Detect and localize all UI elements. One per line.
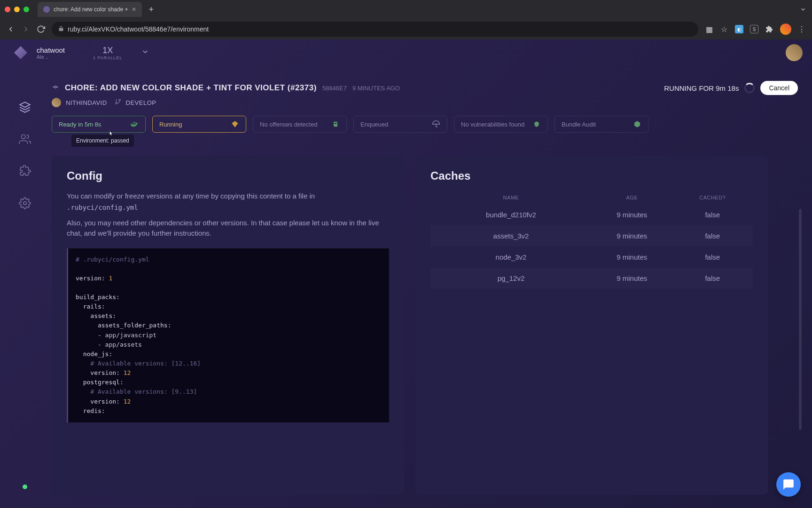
profile-avatar[interactable] [780,24,791,35]
rubocop-icon [331,120,340,128]
th-age: AGE [592,195,672,200]
tab-brakeman[interactable]: No vulnerabilities found [454,116,548,133]
tab-label: No offenses detected [260,121,318,128]
menu-dots-icon[interactable]: ⋮ [798,25,805,34]
config-code[interactable]: # .rubyci/config.yml version: 1 build_pa… [67,248,389,422]
cache-age: 9 minutes [592,274,672,282]
back-button[interactable] [7,25,15,33]
close-window-button[interactable] [5,7,10,12]
cache-name: bundle_d210fv2 [430,211,592,219]
logo-icon[interactable] [14,46,27,59]
extension-icon-1[interactable]: ◐ [735,25,743,33]
package-icon [633,120,641,128]
parallel-label: 1 PARALLEL [93,56,122,60]
table-row: node_3v2 9 minutes false [430,246,753,268]
table-row: pg_12v2 9 minutes false [430,268,753,289]
url-bar[interactable]: ruby.ci/AlexVKO/chatwoot/58846e7/environ… [52,22,698,37]
minimize-window-button[interactable] [14,7,20,12]
cache-cached: false [672,211,753,219]
svg-rect-9 [334,122,337,127]
main-area: CHORE: ADD NEW COLOR SHADE + TINT FOR VI… [9,72,803,503]
sidebar-item-settings[interactable] [18,197,31,210]
tab-bundle-audit[interactable]: Bundle Audit [554,116,648,133]
sidebar-item-users[interactable] [18,133,31,146]
config-title: Config [67,169,389,183]
extensions-puzzle-icon[interactable] [765,25,773,33]
browser-tab[interactable]: chore: Add new color shade + ✕ [38,2,142,17]
tooltip: Environment: passed [71,135,134,147]
sidebar-item-layers[interactable] [18,101,31,114]
branch-icon [115,98,121,107]
content: CHORE: ADD NEW COLOR SHADE + TINT FOR VI… [40,72,803,503]
qr-icon[interactable]: ▦ [705,25,713,33]
table-row: bundle_d210fv2 9 minutes false [430,204,753,225]
config-path: .rubyci/config.yml [67,204,389,211]
build-time: 9 MINUTES AGO [352,85,400,92]
sidebar [9,72,40,503]
tab-dropdown-icon[interactable] [799,5,807,14]
author-name: NITHINDAVID [66,99,107,106]
tab-bar: chore: Add new color shade + ✕ + [0,0,812,19]
branch-name: DEVELOP [126,99,156,106]
svg-point-8 [115,103,117,104]
status-indicator-icon [23,484,27,489]
cache-header: NAME AGE CACHED? [430,191,753,204]
maximize-window-button[interactable] [23,7,29,12]
panels: Config You can modify or freeze versions… [52,156,798,495]
url-text: ruby.ci/AlexVKO/chatwoot/58846e7/environ… [68,25,692,33]
config-desc1: You can modify or freeze versions at any… [67,191,389,202]
svg-point-1 [21,135,25,139]
bookmark-star-icon[interactable]: ☆ [720,25,728,33]
chat-button[interactable] [776,472,801,497]
project-dropdown[interactable] [141,48,149,58]
spinner-icon [744,83,755,93]
author-avatar [52,98,61,107]
running-info: RUNNING FOR 9m 18s Cancel [664,81,798,95]
top-bar: chatwoot Ale .. 1X 1 PARALLEL [0,40,812,66]
new-tab-button[interactable]: + [146,5,156,15]
tab-title: chore: Add new color shade + [54,6,128,13]
close-tab-button[interactable]: ✕ [132,6,136,13]
browser-chrome: chore: Add new color shade + ✕ + ruby.ci… [0,0,812,40]
svg-point-7 [118,99,120,101]
tab-environment[interactable]: Ready in 5m 8s [52,116,146,133]
svg-rect-10 [334,123,336,124]
cache-name: pg_12v2 [430,274,592,282]
cache-cached: false [672,253,753,261]
parallel-count: 1X [102,46,113,56]
ruby-icon [231,120,239,128]
project-info[interactable]: chatwoot Ale .. [37,46,65,60]
cancel-button[interactable]: Cancel [760,81,798,95]
scrollbar[interactable] [799,209,802,430]
docker-icon [130,120,139,128]
lock-icon [58,25,64,33]
caches-panel: Caches NAME AGE CACHED? bundle_d210fv2 9… [415,156,768,495]
tab-label: Enqueued [360,121,388,128]
svg-point-2 [23,202,27,205]
nav-icons: ▦ ☆ ◐ S ⋮ [705,24,805,35]
extension-icon-2[interactable]: S [750,25,758,33]
reload-button[interactable] [37,25,45,33]
build-header: CHORE: ADD NEW COLOR SHADE + TINT FOR VI… [52,81,798,95]
tab-coverage[interactable]: Enqueued [353,116,447,133]
window-controls [5,7,29,12]
th-name: NAME [430,195,592,200]
project-sub: Ale .. [37,54,65,60]
project-name: chatwoot [37,46,65,54]
tab-tests[interactable]: Running [152,116,246,133]
th-cached: CACHED? [672,195,753,200]
sidebar-item-puzzle[interactable] [18,165,31,178]
forward-button[interactable] [22,25,30,33]
tab-label: Running [159,121,182,128]
tab-rubocop[interactable]: No offenses detected [253,116,347,133]
user-avatar[interactable] [786,44,803,61]
tab-label: Ready in 5m 8s [59,121,101,128]
running-text: RUNNING FOR 9m 18s [664,84,739,92]
svg-marker-0 [20,102,30,107]
cache-cached: false [672,274,753,282]
favicon-icon [43,6,50,13]
build-title: CHORE: ADD NEW COLOR SHADE + TINT FOR VI… [65,83,317,93]
cache-age: 9 minutes [592,211,672,219]
commit-icon [52,83,59,93]
tab-label: Bundle Audit [562,121,596,128]
